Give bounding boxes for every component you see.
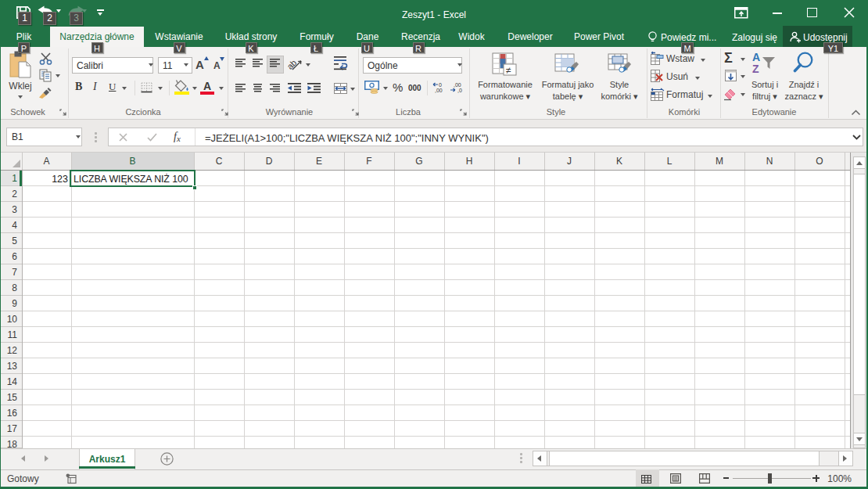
svg-text:≠: ≠ — [506, 65, 511, 76]
svg-text:,00: ,00 — [454, 82, 461, 88]
svg-text:,00: ,00 — [435, 88, 443, 93]
svg-text:Z: Z — [752, 63, 759, 75]
svg-text:,0: ,0 — [457, 88, 462, 93]
svg-text:0: 0 — [439, 82, 442, 88]
svg-text:A: A — [752, 51, 760, 63]
